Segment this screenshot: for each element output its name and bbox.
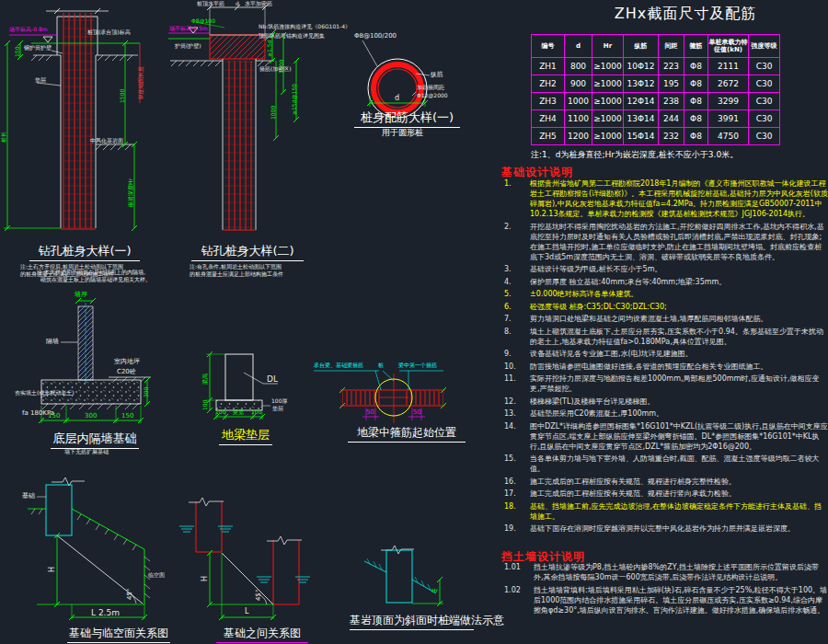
table-cell: 244 — [659, 110, 684, 128]
between-angle-label: 45° — [255, 590, 262, 601]
partition-note-1: 注:本大样适用于砌筑在基础顶面上的内隔墙, — [37, 270, 145, 276]
pile2-dim-15d: ≥1.5d — [267, 40, 273, 57]
note-item: 13.基础垫层采用C20素混凝土,厚100mm。 — [504, 408, 828, 419]
table-cell: 3299 — [708, 93, 749, 110]
between-footings-linework — [179, 498, 310, 620]
note-item: 7.剪力墙洞口处地梁和基础之间均设素混凝土墙,墙厚配筋同相邻墙体配筋。 — [504, 314, 828, 324]
table-row: ZH2900≥100013Φ12195Φ82672C30 — [532, 75, 780, 93]
partition-note-2: 砌筑在混凝土板上的隔墙基础详见相关大样。 — [40, 277, 151, 283]
freeface-foundation-label: 基础 — [22, 492, 35, 500]
table-cell: 223 — [659, 58, 684, 75]
note-item: 8.填土上砌筑混凝土底板下,土层应分层夯实,压实系数不小于0.94。条形基础至少… — [504, 327, 828, 347]
rock-slope-linework — [364, 546, 443, 606]
freeface-face-label: 临空面 — [148, 572, 165, 579]
cad-drawing-sheet: { "table": { "title": "ZHx截面尺寸及配筋", "hea… — [0, 0, 828, 644]
pile1-hr-label: 嵌岩深度Hr — [128, 178, 134, 207]
between-dim-l: L — [245, 607, 248, 615]
table-row: ZH41100≥100013Φ14244Φ83991C30 — [532, 110, 780, 128]
note-item: 16.施工完成后的工程桩应按有关规范、规程进行桩身完整性检验。 — [504, 477, 828, 487]
table-row: ZH31000≥100012Φ14238Φ83299C30 — [532, 93, 780, 110]
table-row: ZH51200≥100015Φ14232Φ84750C30 — [532, 128, 780, 145]
bedding-dim-b100b: 100 — [251, 409, 261, 416]
section-stiffener-spec: Φ12@2000 — [417, 93, 448, 99]
note-item: 1.02挡土墙墙背填料:墙后填料采用粘土加碎(块)石,碎石含量不少于25%,粒径… — [504, 585, 828, 615]
col-header: 纵筋 — [624, 35, 659, 58]
pile1-rock-label: 中风化基岩面 — [90, 138, 123, 144]
table-cell: 195 — [659, 75, 684, 93]
bedding-dim-b100a: 100 — [215, 409, 225, 416]
table-cell: ≥1000 — [592, 110, 624, 128]
table-cell: Φ8 — [684, 128, 708, 145]
note-item: 19.基础下面存在溶洞时应穿越溶洞并以完整中风化基岩作为持力层并满足嵌岩深度。 — [504, 523, 828, 534]
between-dim-h: H — [201, 576, 209, 581]
table-cell: ≥1000 — [592, 93, 624, 110]
bedding-dim-height: 梁高 — [202, 374, 209, 385]
pile2-note-right-2: 顶部纵筋弯锚构造详见图集 — [259, 33, 325, 40]
partition-soil-label: 夯实填土(或未扰动老土) — [15, 390, 75, 397]
table-cell: 12Φ14 — [624, 93, 659, 110]
table-cell: ZH3 — [532, 93, 565, 110]
table-cell: ≥1000 — [592, 58, 624, 75]
pile2-dense-label: 箍筋(加密区) — [259, 66, 292, 73]
note-item: 18.基础、挡墙施工前,应先完成边坡治理,在整体边坡确定稳定条件下方能进行主体及… — [504, 501, 828, 522]
partition-dim-150b: 150 — [121, 412, 133, 420]
pile2-top-bar-label: 桩顶水平筋 — [197, 1, 224, 7]
col-header: 强度等级 — [749, 35, 780, 58]
bedding-layer-label-1: 100厚 — [271, 398, 287, 405]
section-hoop-label: Φ8@100/200 — [354, 32, 397, 40]
stirrup-dim-50a: 50 — [366, 408, 374, 416]
pile1-dim-1500: 1500 — [120, 89, 126, 103]
stirrup-left-label: 承台梁、基础梁箍筋 — [314, 362, 363, 369]
partition-subtitle: 墙下无筋扩展基础 — [64, 449, 109, 455]
table-cell: Φ8 — [684, 58, 708, 75]
col-header: Hr — [592, 35, 624, 58]
table-cell: C30 — [749, 110, 780, 128]
table-cell: Φ8 — [684, 75, 708, 93]
table-cell: 1100 — [565, 110, 592, 128]
between-title: 基础之间关系图 — [216, 626, 308, 643]
partition-concrete-label: C20砼 — [117, 368, 136, 375]
table-cell: 232 — [659, 128, 684, 145]
freeface-title: 基础与临空面关系图 — [67, 626, 170, 643]
table-cell: ZH4 — [532, 110, 565, 128]
table-cell: 10Φ12 — [624, 58, 659, 75]
note-item: 5.±0.000绝对标高详各单体建筑。 — [504, 289, 828, 299]
rockslope-dim-hr: Hr — [431, 588, 438, 594]
table-cell: 2672 — [708, 75, 749, 93]
note-item: 10.防雷接地请参照电施图做好连接,各管道的预埋应配合相关专业图纸施工。 — [504, 362, 828, 372]
stirrup-first-label: 梁中第一个箍筋 — [398, 362, 437, 369]
freeface-angle-label: 45° — [126, 589, 133, 600]
note-item: 4.保护层厚度 独立基础:40mm;承台等:40mm;地梁:35mm。 — [504, 277, 828, 287]
table-cell: 2111 — [708, 58, 749, 75]
pile2-dim-dense: ≥15d@150 — [292, 84, 298, 115]
col-header: d — [565, 35, 592, 58]
table-cell: C30 — [749, 93, 780, 110]
table-cell: C30 — [749, 58, 780, 75]
pile2-top-dense-label: 水平加密筋 — [245, 1, 272, 7]
pile1-title: 钻孔桩身大样(一) — [29, 243, 140, 261]
pile2-title: 钻孔桩身大样(二) — [191, 243, 304, 261]
table-cell: ZH1 — [532, 58, 565, 75]
bedding-title: 地梁垫层 — [219, 427, 272, 445]
pile2-hoop-label: Φ8@100 — [191, 18, 215, 25]
bedding-layer-label-2: 垫层 — [272, 406, 283, 412]
table-cell: Φ8 — [684, 93, 708, 110]
pile2-casing-label: 护筒(护壁) — [175, 43, 201, 50]
note-item: 1.01挡土墙抗渗等级为P8,挡土墙砼内掺8%的ZY,挡土墙除按上述平面图所示位… — [504, 562, 828, 582]
table-note: 注:1、d为桩身直径;Hr为嵌岩深度,桩长不应小于3.0米。 — [531, 149, 738, 161]
pile-elevation-1-linework — [4, 8, 140, 231]
partition-wall-thickness: 墙厚 — [75, 291, 87, 298]
table-cell: ZH5 — [532, 128, 565, 145]
pile1-dim-150: 150 — [15, 47, 21, 57]
table-cell: 800 — [565, 58, 592, 75]
stirrup-pile-label: 桩 — [378, 362, 384, 369]
col-header: 单桩承载力特征值(kN) — [708, 35, 749, 58]
stirrup-start-linework — [314, 371, 446, 423]
note-item: 17.施工完成后的工程桩应按有关规范、规程进行竖向承载力检验。 — [504, 489, 828, 499]
bedding-dim-100: 100 — [202, 400, 209, 410]
foundation-notes-list: 1.根据贵州省地矿局第二工程勘察院2018年1月编制的《遵义市播州区职教城一体化… — [504, 178, 828, 536]
table-cell: C30 — [749, 128, 780, 145]
table-cell: ZH2 — [532, 75, 565, 93]
note-item: 6.砼强度等级 桩身:C35;DL:C30;DZL:C30; — [504, 302, 828, 312]
col-header: 箍筋 — [684, 35, 708, 58]
